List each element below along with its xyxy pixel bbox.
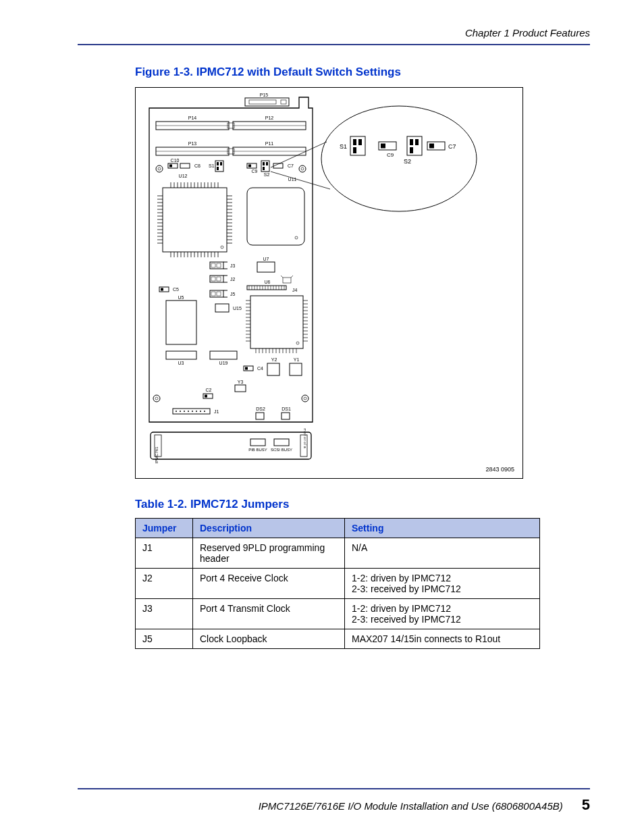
callout-s1-label: S1 (340, 143, 347, 150)
ds1-label: DS1 (281, 407, 291, 411)
svg-rect-175 (210, 351, 237, 359)
svg-rect-174 (166, 351, 196, 359)
svg-rect-31 (163, 188, 227, 252)
svg-point-191 (188, 411, 189, 412)
p12-label: P12 (265, 115, 274, 120)
svg-rect-179 (245, 367, 248, 370)
c4-label: C4 (257, 366, 263, 371)
board-diagram: P15 P14 P12 P13 P11 C10 C8 S1 (135, 87, 523, 479)
u19-label: U19 (219, 361, 228, 365)
c9-label: C9 (252, 169, 258, 174)
svg-point-15 (299, 165, 306, 172)
u15-label: U15 (233, 306, 242, 311)
svg-point-193 (196, 411, 197, 412)
svg-rect-1 (249, 100, 276, 104)
table-row: J5 Clock Loopback MAX207 14/15in connect… (136, 629, 540, 649)
u5-label: U5 (178, 295, 184, 300)
svg-rect-103 (217, 277, 221, 281)
figure-title: Figure 1-3. IPMC712 with Default Switch … (135, 66, 590, 79)
svg-point-13 (156, 165, 163, 172)
svg-rect-214 (410, 139, 413, 145)
svg-point-188 (176, 411, 177, 412)
svg-rect-182 (205, 395, 207, 398)
scsi-busy-label: SCSI BUSY (271, 448, 292, 452)
svg-rect-96 (211, 263, 215, 267)
svg-rect-202 (250, 439, 265, 446)
u12-label: U12 (179, 174, 188, 178)
svg-rect-218 (429, 144, 434, 149)
u3-label: U3 (178, 361, 184, 365)
svg-rect-26 (261, 161, 269, 172)
svg-rect-23 (220, 162, 222, 165)
svg-point-189 (180, 411, 181, 412)
svg-rect-21 (217, 162, 219, 165)
page-number: 5 (582, 796, 590, 814)
s2-label: S2 (264, 172, 270, 177)
svg-rect-176 (267, 363, 279, 375)
cell-setting: 1-2: driven by IPMC712 2-3: received by … (345, 599, 540, 629)
svg-point-183 (153, 395, 160, 402)
svg-point-194 (200, 411, 201, 412)
svg-rect-97 (217, 263, 221, 267)
callout-s2-label: S2 (404, 158, 411, 165)
j3-label: J3 (230, 263, 236, 268)
svg-rect-29 (263, 167, 265, 170)
cell-setting: MAX207 14/15in connects to R1out (345, 629, 540, 649)
callout-c7-label: C7 (448, 143, 456, 150)
j5-label: J5 (230, 292, 236, 296)
table-row: J1 Reserved 9PLD programming header N/A (136, 538, 540, 569)
u7-label: U7 (263, 257, 269, 261)
j1-label: J1 (214, 409, 219, 414)
svg-rect-20 (215, 161, 223, 172)
y1-label: Y1 (294, 357, 300, 362)
svg-rect-100 (257, 262, 275, 272)
svg-line-107 (281, 276, 283, 278)
u11-label: U11 (288, 177, 297, 182)
pib-busy-label: PIB BUSY (248, 448, 267, 452)
p15-label: P15 (260, 93, 269, 97)
svg-rect-19 (180, 163, 190, 168)
table-row: J3 Port 4 Transmit Clock 1-2: driven by … (136, 599, 540, 629)
svg-rect-18 (169, 165, 172, 167)
svg-rect-216 (410, 147, 413, 153)
svg-rect-27 (263, 162, 265, 165)
svg-point-14 (158, 167, 161, 170)
cell-desc: Port 4 Transmit Clock (193, 599, 345, 629)
jumpers-table: Jumper Description Setting J1 Reserved 9… (135, 518, 540, 649)
cell-desc: Port 4 Receive Clock (193, 569, 345, 599)
svg-line-206 (271, 172, 330, 189)
s1-label: S1 (209, 163, 215, 168)
svg-point-195 (204, 411, 205, 412)
cell-jumper: J5 (136, 629, 193, 649)
svg-rect-102 (211, 277, 215, 281)
svg-point-16 (301, 167, 304, 170)
th-desc: Description (193, 519, 345, 538)
table-title: Table 1-2. IPMC712 Jumpers (135, 498, 590, 511)
svg-rect-109 (247, 286, 286, 290)
svg-rect-106 (283, 278, 291, 283)
c2-label: C2 (206, 388, 212, 392)
board-label: IPMC761 (155, 446, 159, 464)
svg-point-186 (304, 397, 306, 400)
diagram-id: 2843 0905 (485, 466, 514, 473)
svg-rect-212 (381, 144, 385, 149)
y2-label: Y2 (271, 357, 277, 362)
svg-rect-210 (358, 139, 362, 145)
y3-label: Y3 (238, 380, 244, 384)
j4-label: J4 (292, 288, 298, 292)
p13-label: P13 (188, 141, 197, 146)
page-footer: IPMC7126E/7616E I/O Module Installation … (78, 788, 590, 814)
cell-jumper: J2 (136, 569, 193, 599)
svg-line-108 (291, 276, 293, 278)
th-jumper: Jumper (136, 519, 193, 538)
svg-rect-131 (166, 301, 196, 344)
callout-c9-label: C9 (387, 152, 394, 158)
table-row: J2 Port 4 Receive Clock 1-2: driven by I… (136, 569, 540, 599)
svg-point-204 (321, 106, 477, 211)
c7-label: C7 (288, 163, 294, 168)
cell-setting: N/A (345, 538, 540, 569)
cell-jumper: J3 (136, 599, 193, 629)
svg-rect-203 (274, 439, 289, 446)
svg-rect-127 (211, 292, 215, 296)
svg-rect-28 (266, 162, 268, 165)
